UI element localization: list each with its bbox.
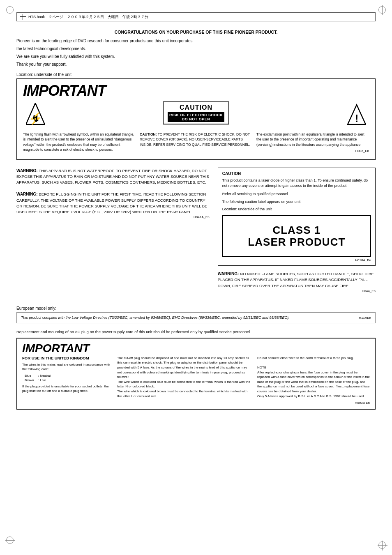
european-text: This product complies with the Low Volta… (21, 315, 290, 320)
right-column: CAUTION This product contains a laser di… (218, 168, 376, 299)
exclamation-icon: ! (344, 101, 369, 127)
left-column: WARNING: THIS APPARATUS IS NOT WATERPROO… (16, 168, 210, 299)
caution-center: CAUTION RISK OF ELECTRIC SHOCKDO NOT OPE… (52, 101, 340, 127)
caution-right-text2: Refer all servicing to qualified personn… (222, 191, 371, 197)
congrats-line1: Pioneer is on the leading edge of DVD re… (16, 38, 376, 44)
laser-class-line2: LASER PRODUCT (230, 236, 364, 248)
important-title: IMPORTANT (23, 83, 369, 98)
desc-caution-text: CAUTION: TO PREVENT THE RISK OF ELECTRIC… (140, 132, 252, 154)
congrats-line4: Thank you for your support. (16, 61, 376, 67)
svg-text:↯: ↯ (32, 114, 39, 124)
uk-color-table: Blue : Neutral Brown : Live (22, 373, 53, 383)
important-inner: ⚡ ↯ CAUTION RISK OF ELECTRIC SHOCKDO NOT… (23, 101, 369, 129)
warning2-bold: WARNING: (16, 192, 38, 196)
bottom-hcode: H003B En (257, 401, 370, 405)
important-descriptions: The lightning flash with arrowhead symbo… (23, 132, 369, 154)
lightning-icon: ⚡ ↯ (23, 101, 48, 129)
european-label: European model only: (16, 306, 376, 311)
bottom-left-col: FOR USE IN THE UNITED KINGDOM The wires … (22, 356, 112, 405)
page: HTS.book ２ページ ２００３年２月２５日 火曜日 午後２時３７分 CON… (0, 0, 392, 555)
header-bar: HTS.book ２ページ ２００３年２月２５日 火曜日 午後２時３７分 (16, 12, 376, 21)
warning-voltage: WARNING: BEFORE PLUGGING IN THE UNIT FOR… (16, 191, 210, 220)
bottom-important-title: IMPORTANT (22, 343, 370, 354)
bottom-center-col: The cut-off plug should be disposed of a… (117, 356, 252, 405)
uk-subtitle-text: FOR USE IN THE UNITED KINGDOM (22, 356, 89, 360)
uk-blue-val: : Neutral (37, 374, 52, 378)
svg-text:!: ! (355, 112, 359, 124)
corner-mark-tr (374, 6, 386, 18)
uk-wires-title: The wires in this mains lead are coloure… (22, 362, 112, 371)
h018-code: H018A_En (222, 258, 371, 262)
corner-mark-br (374, 537, 386, 549)
caution-right-text3: The following caution label appears on y… (222, 199, 371, 205)
uk-note: If the plug provided is unsuitable for y… (22, 384, 112, 393)
important-box: IMPORTANT ⚡ ↯ CAUTION RISK OF ELECTRIC S… (16, 78, 376, 160)
bottom-right-col: Do not connect either wire to the earth … (257, 356, 370, 405)
european-section: European model only: This product compli… (16, 306, 376, 323)
caution-box: CAUTION RISK OF ELECTRIC SHOCKDO NOT OPE… (163, 101, 229, 124)
header-book-info: HTS.book ２ページ ２００３年２月２５日 火曜日 午後２時３７分 (28, 14, 148, 20)
caution-subtitle: RISK OF ELECTRIC SHOCKDO NOT OPEN (168, 112, 224, 122)
caution-bold-label: CAUTION: (140, 132, 157, 136)
crosshair-icon (20, 14, 26, 20)
corner-mark-bl (6, 537, 18, 549)
laser-class-line1: CLASS 1 (230, 224, 364, 236)
congrats-line3: We are sure you will be fully satisfied … (16, 53, 376, 60)
warning3-bold: WARNING: (218, 272, 239, 276)
european-hcode: H11AEn (359, 315, 371, 320)
congrats-line2: the latest technological developments. (16, 46, 376, 52)
h044-code: H044_En (218, 289, 376, 294)
bottom-right-text: Do not connect either wire to the earth … (257, 356, 370, 398)
caution-laser-box: CAUTION This product contains a laser di… (218, 168, 376, 266)
h002-code: H002_En (256, 149, 369, 154)
caution-title: CAUTION (168, 104, 224, 111)
uk-blue-label: Blue (23, 374, 36, 378)
desc-exclamation: The exclamation point within an equilate… (256, 132, 369, 154)
uk-brown-label: Brown (23, 378, 36, 382)
warning-flame: WARNING: NO NAKED FLAME SOURCES, SUCH AS… (218, 271, 376, 294)
bottom-columns: FOR USE IN THE UNITED KINGDOM The wires … (22, 356, 370, 405)
exclamation-desc-text: The exclamation point within an equilate… (256, 132, 364, 147)
h041-code: H041A_En (16, 215, 210, 220)
corner-mark-tl (6, 6, 18, 18)
european-italic-box: This product complies with the Low Volta… (16, 312, 376, 323)
main-columns: WARNING: THIS APPARATUS IS NOT WATERPROO… (16, 168, 376, 299)
uk-brown-val: : Live (37, 378, 52, 382)
congrats-section: CONGRATULATIONS ON YOUR PURCHASE OF THIS… (16, 30, 376, 67)
desc-lightning: The lightning flash with arrowhead symbo… (23, 132, 136, 154)
bottom-important-box: IMPORTANT FOR USE IN THE UNITED KINGDOM … (16, 338, 376, 410)
caution-right-text1: This product contains a laser diode of h… (222, 178, 371, 189)
bottom-note: Replacement and mounting of an AC plug o… (16, 329, 376, 334)
warning-waterproof: WARNING: THIS APPARATUS IS NOT WATERPROO… (16, 168, 210, 186)
congrats-title: CONGRATULATIONS ON YOUR PURCHASE OF THIS… (16, 30, 376, 35)
warning1-text: THIS APPARATUS IS NOT WATERPROOF. TO PRE… (16, 168, 209, 185)
warning3-text: NO NAKED FLAME SOURCES, SUCH AS LIGHTED … (218, 272, 374, 288)
caution-right-location: Location: underside of the unit (222, 207, 371, 212)
warning2-text: BEFORE PLUGGING IN THE UNIT FOR THE FIRS… (16, 192, 207, 214)
warning1-bold: WARNING: (16, 168, 38, 173)
location-label-1: Location: underside of the unit (16, 72, 376, 77)
uk-subtitle: FOR USE IN THE UNITED KINGDOM (22, 356, 112, 361)
caution-right-title: CAUTION (222, 171, 371, 176)
bottom-center-text: The cut-off plug should be disposed of a… (117, 356, 252, 398)
laser-product-box: CLASS 1 LASER PRODUCT (222, 215, 371, 257)
